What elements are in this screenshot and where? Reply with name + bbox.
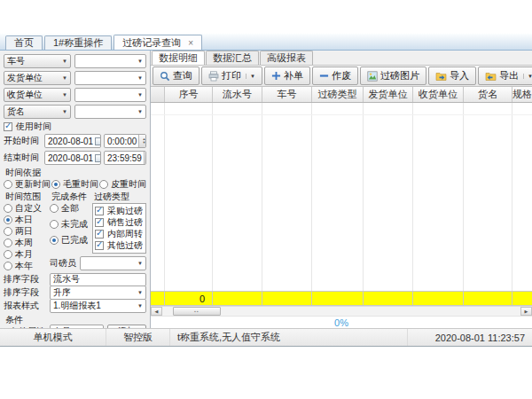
radio-basis-update[interactable]: 更新时间: [4, 179, 51, 190]
print-button[interactable]: 打印 ▼: [201, 66, 262, 85]
checkbox-icon[interactable]: [95, 218, 104, 227]
summary-count-value: 0: [200, 293, 205, 304]
checkbox-icon[interactable]: [4, 122, 12, 131]
radio-icon[interactable]: [4, 215, 12, 224]
sender-field-selector[interactable]: 发货单位 ▼: [4, 71, 71, 85]
column-header-spec[interactable]: 规格: [512, 87, 532, 102]
query-button[interactable]: 查询: [153, 66, 200, 85]
radio-range-today[interactable]: 本日: [4, 215, 50, 225]
weigher-combo[interactable]: ▼: [80, 256, 146, 270]
checkbox-type-other[interactable]: 其他过磅: [95, 240, 144, 251]
row-indicator-header: [151, 87, 165, 102]
checkbox-icon[interactable]: [95, 207, 104, 215]
scroll-left-icon[interactable]: ◀: [151, 307, 162, 316]
radio-finish-finished[interactable]: 已完成: [50, 235, 92, 246]
checkbox-icon[interactable]: [95, 241, 104, 250]
radio-range-year[interactable]: 本年: [4, 261, 50, 271]
weigh-photo-button[interactable]: 过磅图片: [360, 66, 426, 85]
status-datetime: 2020-08-01 11:23:57: [408, 329, 532, 346]
report-style-combo[interactable]: 1.明细报表1 ▼: [50, 299, 146, 313]
tab-data-detail[interactable]: 数据明细: [152, 51, 205, 65]
scrollbar-thumb[interactable]: ▪▪: [173, 307, 221, 316]
spinner-arrows-icon[interactable]: ▲▼: [138, 135, 146, 147]
end-date-picker[interactable]: 2020-08-01 ▼: [44, 151, 101, 165]
spinner-arrows-icon[interactable]: ▲▼: [144, 152, 146, 164]
checkbox-type-purchase[interactable]: 采购过磅: [95, 206, 144, 216]
receiver-field-selector[interactable]: 收货单位 ▼: [4, 88, 71, 102]
vehicle-field-selector[interactable]: 车号 ▼: [4, 54, 71, 68]
column-header-serial[interactable]: 流水号: [213, 87, 262, 102]
condition-title: 条件: [5, 315, 146, 325]
column-header-sender[interactable]: 发货单位: [364, 87, 413, 102]
radio-icon[interactable]: [50, 236, 59, 245]
checkbox-type-sale[interactable]: 销售过磅: [95, 217, 144, 228]
export-button[interactable]: 导出 ▼: [478, 66, 532, 85]
radio-icon[interactable]: [4, 250, 12, 259]
radio-finish-all[interactable]: 全部: [50, 203, 92, 214]
chevron-down-icon: ▼: [62, 75, 67, 81]
radio-finish-unfinished[interactable]: 未完成: [50, 219, 92, 230]
chevron-down-icon[interactable]: ▼: [246, 74, 255, 79]
radio-icon[interactable]: [50, 204, 59, 213]
close-icon[interactable]: ×: [188, 38, 193, 48]
column-header-seq[interactable]: 序号: [165, 87, 213, 102]
column-header-vehicle[interactable]: 车号: [262, 87, 312, 102]
vehicle-value-combo[interactable]: ▼: [74, 54, 146, 68]
sort-field-value: 流水号: [53, 273, 80, 286]
scroll-right-icon[interactable]: ▶: [520, 307, 532, 316]
grid-column: [151, 103, 165, 291]
radio-icon[interactable]: [51, 180, 60, 189]
sender-value-combo[interactable]: ▼: [74, 71, 146, 85]
checkbox-icon[interactable]: [95, 230, 104, 239]
tab-weigh-operation[interactable]: 1#称重操作: [44, 35, 112, 50]
receiver-field-label: 收货单位: [7, 89, 43, 101]
checkbox-type-internal[interactable]: 内部周转: [95, 229, 144, 239]
end-time-spinner[interactable]: 23:59:59 ▲▼: [104, 151, 146, 165]
radio-basis-gross-label: 毛重时间: [63, 178, 98, 191]
goods-field-selector[interactable]: 货名 ▼: [4, 105, 71, 119]
tab-advanced-report[interactable]: 高级报表: [260, 51, 313, 65]
radio-basis-gross[interactable]: 毛重时间: [51, 179, 98, 190]
radio-icon[interactable]: [4, 262, 12, 270]
search-icon: [160, 71, 170, 82]
radio-range-month[interactable]: 本月: [4, 249, 50, 260]
screen: 首页 1#称重操作 过磅记录查询 × 车号 ▼ ▼: [0, 0, 532, 399]
receiver-value-combo[interactable]: ▼: [74, 88, 146, 102]
filter-row-goods: 货名 ▼ ▼: [4, 105, 146, 119]
void-button-label: 作废: [332, 69, 351, 82]
start-time-spinner[interactable]: 0:00:00 ▲▼: [104, 134, 146, 148]
chevron-down-icon[interactable]: ▼: [523, 74, 532, 79]
filter-row-vehicle: 车号 ▼ ▼: [4, 54, 146, 68]
radio-icon[interactable]: [4, 239, 12, 247]
sort-order-combo[interactable]: 升序 ▼: [50, 286, 146, 300]
radio-range-twodays[interactable]: 两日: [4, 226, 50, 237]
sort-field-input[interactable]: 流水号: [50, 273, 146, 286]
use-time-checkbox-row[interactable]: 使用时间: [4, 121, 146, 132]
radio-range-custom[interactable]: 自定义: [4, 203, 50, 214]
makeup-ticket-button[interactable]: 补单: [264, 66, 310, 85]
tab-home[interactable]: 首页: [5, 35, 43, 50]
tab-weigh-record-query[interactable]: 过磅记录查询 ×: [113, 35, 202, 50]
radio-basis-tare[interactable]: 皮重时间: [99, 179, 146, 190]
radio-icon[interactable]: [99, 180, 108, 189]
start-date-picker[interactable]: 2020-08-01 ▼: [44, 134, 101, 148]
import-button[interactable]: 导入: [428, 66, 476, 85]
radio-icon[interactable]: [4, 227, 12, 236]
goods-value-combo[interactable]: ▼: [74, 105, 146, 119]
sort-order-value: 升序: [53, 286, 71, 299]
void-ticket-button[interactable]: 作废: [312, 66, 358, 85]
radio-icon[interactable]: [4, 204, 12, 213]
photo-button-label: 过磅图片: [380, 69, 419, 82]
radio-icon[interactable]: [4, 180, 12, 189]
status-system-label: t称重系统,无人值守系统: [177, 331, 280, 344]
horizontal-scrollbar[interactable]: ◀ ▪▪ ▶: [151, 306, 532, 316]
column-header-goods[interactable]: 货名: [464, 87, 512, 102]
radio-icon[interactable]: [50, 220, 59, 229]
sort-order-row: 排序字段 升序 ▼: [4, 286, 146, 299]
column-header-type[interactable]: 过磅类型: [312, 87, 364, 102]
summary-count: 0: [165, 292, 213, 305]
tab-data-summary-label: 数据汇总: [213, 52, 252, 63]
tab-data-summary[interactable]: 数据汇总: [206, 51, 259, 65]
column-header-receiver[interactable]: 收货单位: [413, 87, 464, 102]
radio-range-week[interactable]: 本周: [4, 238, 50, 248]
